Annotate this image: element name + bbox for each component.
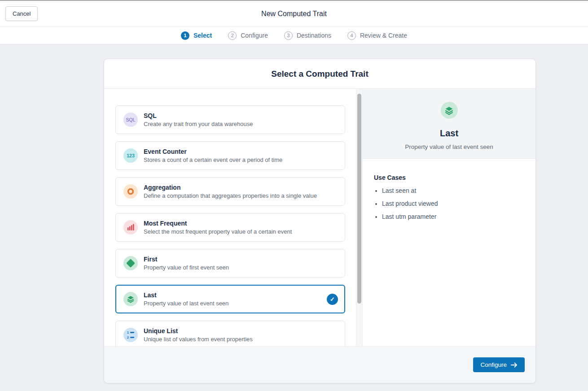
list-number: 2 [127, 336, 129, 339]
card-footer: Configure [104, 346, 535, 383]
trait-name: Event Counter [144, 148, 338, 155]
top-bar: Cancel New Computed Trait [0, 1, 588, 27]
use-case-item: Last seen at [382, 187, 527, 194]
number-123-icon: 123 [123, 148, 138, 163]
step-label: Destinations [297, 32, 331, 39]
gear-ring-icon [123, 184, 138, 199]
trait-list: SQL SQL Create any trait from your data … [104, 89, 356, 346]
trait-name: Most Frequent [144, 220, 338, 227]
trait-description: Property value of last event seen [144, 300, 327, 307]
configure-button[interactable]: Configure [473, 357, 525, 372]
trait-texts: Unique List Unique list of values from e… [144, 327, 338, 343]
list-number: 1 [127, 331, 129, 335]
sql-icon-text: SQL [126, 117, 135, 122]
layers-icon [123, 292, 138, 306]
step-number-badge: 3 [284, 31, 293, 40]
trait-texts: Aggregation Define a computation that ag… [144, 184, 338, 199]
trait-texts: First Property value of first event seen [144, 256, 338, 271]
trait-item-event-counter[interactable]: 123 Event Counter Stores a count of a ce… [115, 141, 345, 170]
trait-texts: Event Counter Stores a count of a certai… [144, 148, 338, 163]
trait-name: SQL [144, 112, 338, 119]
use-case-item: Last utm parameter [382, 213, 527, 220]
step-number-badge: 2 [228, 31, 237, 40]
sql-badge-icon: SQL [123, 113, 138, 127]
trait-description: Property value of first event seen [144, 264, 338, 271]
step-number-badge: 1 [181, 31, 189, 40]
trait-description: Select the most frequent property value … [144, 228, 338, 235]
trait-item-sql[interactable]: SQL SQL Create any trait from your data … [115, 105, 345, 134]
configure-button-label: Configure [480, 361, 507, 368]
trait-texts: Last Property value of last event seen [144, 291, 327, 307]
page-title: New Computed Trait [0, 10, 588, 18]
detail-header: Last Property value of last event seen [363, 89, 535, 159]
layers-icon [441, 102, 458, 119]
use-case-item: Last product viewed [382, 200, 527, 207]
trait-item-most-frequent[interactable]: Most Frequent Select the most frequent p… [115, 213, 345, 242]
arrow-right-icon [511, 362, 518, 368]
trait-description: Stores a count of a certain event over a… [144, 156, 338, 163]
trait-description: Create any trait from your data warehous… [144, 121, 338, 127]
trait-item-aggregation[interactable]: Aggregation Define a computation that ag… [115, 177, 345, 206]
step-destinations[interactable]: 3 Destinations [284, 31, 331, 40]
step-select[interactable]: 1 Select [181, 31, 212, 40]
trait-texts: Most Frequent Select the most frequent p… [144, 220, 338, 235]
trait-description: Unique list of values from event propert… [144, 336, 338, 343]
trait-item-unique-list[interactable]: 1 2 Unique List Unique list of values fr… [115, 321, 345, 346]
cancel-button[interactable]: Cancel [5, 6, 38, 21]
stepper: 1 Select 2 Configure 3 Destinations 4 Re… [0, 27, 588, 44]
trait-detail-panel: Last Property value of last event seen U… [363, 89, 535, 346]
trait-name: Unique List [144, 327, 338, 335]
step-number-badge: 4 [347, 31, 356, 40]
detail-description: Property value of last event seen [405, 143, 493, 150]
trait-item-first[interactable]: First Property value of first event seen [115, 249, 345, 278]
use-cases-heading: Use Cases [374, 174, 527, 181]
use-cases-list: Last seen at Last product viewed Last ut… [374, 187, 527, 220]
trait-item-last[interactable]: Last Property value of last event seen ✓ [115, 285, 345, 313]
trait-description: Define a computation that aggregates pro… [144, 192, 338, 199]
trait-name: First [144, 256, 338, 263]
card-title: Select a Computed Trait [271, 69, 368, 79]
bar-chart-icon [123, 220, 138, 235]
step-label: Review & Create [360, 32, 407, 39]
use-cases-section: Use Cases Last seen at Last product view… [363, 159, 535, 226]
detail-title: Last [440, 128, 458, 139]
trait-name: Aggregation [144, 184, 338, 191]
step-review-create[interactable]: 4 Review & Create [347, 31, 407, 40]
step-label: Select [193, 32, 212, 39]
123-icon-text: 123 [127, 153, 135, 158]
selected-check-icon: ✓ [327, 294, 338, 305]
trait-name: Last [144, 291, 327, 299]
scrollbar-thumb[interactable] [357, 94, 361, 304]
select-trait-card: Select a Computed Trait SQL SQL Create a… [104, 59, 535, 383]
card-body: SQL SQL Create any trait from your data … [104, 89, 535, 346]
card-header: Select a Computed Trait [104, 59, 535, 89]
scrollbar-track[interactable] [356, 89, 363, 346]
diamond-icon [123, 256, 138, 270]
numbered-list-icon: 1 2 [123, 328, 138, 342]
step-configure[interactable]: 2 Configure [228, 31, 268, 40]
step-label: Configure [241, 32, 268, 39]
trait-texts: SQL Create any trait from your data ware… [144, 112, 338, 127]
